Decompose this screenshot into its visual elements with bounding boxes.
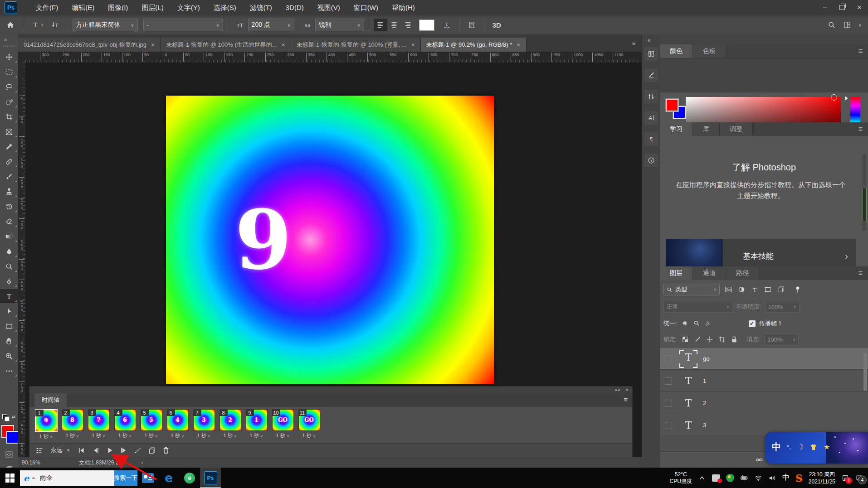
timeline-frame[interactable]: 8 2 1 秒∨ [219,409,242,443]
menu-item[interactable]: 图层(L) [135,0,170,15]
ime-mode-indicator[interactable]: 中 [772,441,781,453]
menu-item[interactable]: 视图(V) [311,0,347,15]
brush-tool[interactable] [0,169,18,184]
lock-position-icon[interactable] [706,335,714,343]
timeline-header[interactable]: «» × [29,387,632,393]
hand-tool[interactable] [0,334,18,348]
minimize-button[interactable]: ─ [816,0,834,15]
zoom-tool[interactable] [0,349,18,363]
timeline-frame[interactable]: 5 5 1 秒∨ [140,409,163,443]
loop-select[interactable]: 永远▼ [51,446,70,454]
search-input-value[interactable]: 雨伞 [40,474,53,482]
action-center-icon[interactable]: 4 [855,474,863,482]
type-tool[interactable] [0,289,18,303]
panel-tab[interactable]: 通道 [693,266,726,280]
status-options-icon[interactable]: › [141,459,143,466]
edit-toolbar-button[interactable] [0,364,18,378]
text-layer-thumbnail[interactable]: T [680,373,697,389]
layer-name[interactable]: 2 [703,400,706,406]
menu-item[interactable]: 图像(I) [101,0,135,15]
scrollbar-thumb[interactable] [863,188,867,222]
history-brush-tool[interactable] [0,199,18,213]
frame-duration-select[interactable]: 1 秒∨ [39,433,53,440]
frame-duration-select[interactable]: 1 秒∨ [276,432,290,439]
panel-tab[interactable]: 调整 [720,122,753,136]
panel-menu-icon[interactable]: ≡ [858,269,863,277]
frame-thumbnail[interactable]: 7 3 [193,409,215,431]
unify-style-icon[interactable] [704,319,712,328]
skin-shirt-icon[interactable] [809,443,818,451]
menu-item[interactable]: 滤镜(T) [243,0,279,15]
star-icon[interactable]: ★ [824,443,830,451]
taskbar-app-360browser[interactable]: e [179,468,200,488]
panel-tab[interactable]: 色板 [693,44,726,58]
frame-thumbnail[interactable]: 11 GO [298,409,320,431]
panel-tab[interactable]: 库 [693,122,720,136]
volume-icon[interactable] [768,474,776,482]
document-tab[interactable]: 01421d814725e3cc667be8_tplv-obj-恢复的.jpg … [18,38,161,52]
convert-timeline-button[interactable] [34,445,44,455]
timeline-frame[interactable]: 2 8 1 秒∨ [61,409,84,443]
frame-thumbnail[interactable]: 3 7 [88,409,110,431]
panel-tab[interactable]: 学习 [660,122,693,136]
layer-name[interactable]: 3 [703,422,706,429]
character-panel-icon[interactable] [644,111,658,125]
lock-artboard-icon[interactable] [718,335,726,343]
document-tab[interactable]: 未标题-1 @ 90.2% (go, RGB/8) * × [421,38,527,52]
crop-tool[interactable] [0,110,18,124]
layer-row-1[interactable]: T1 [660,370,868,392]
vertical-ruler[interactable]: 05 01 0 01 5 02 0 02 5 03 0 03 5 04 0 04… [18,63,26,457]
restore-button[interactable] [834,0,851,15]
layer-name[interactable]: 1 [703,377,706,384]
fill-select[interactable]: 100%∨ [764,333,799,345]
pen-tool[interactable] [0,274,18,288]
frame-thumbnail[interactable]: 5 5 [141,409,162,431]
quick-mask-button[interactable] [0,448,18,461]
timeline-frame[interactable]: 1 9 1 秒∨ [34,409,58,443]
opacity-select[interactable]: 100%∨ [765,301,800,313]
lock-pixels-icon[interactable] [693,335,702,343]
horizontal-ruler[interactable]: 3002502001501005005010015020025030035040… [25,52,642,63]
search-submit-button[interactable]: 搜索一下 [114,470,137,486]
frame-duration-select[interactable]: 1 秒∨ [92,432,106,439]
layer-visibility-checkbox[interactable] [665,400,672,407]
frame-duration-select[interactable]: 1 秒∨ [250,432,263,439]
timeline-menu-icon[interactable]: ≡ [624,396,628,403]
text-layer-thumbnail[interactable]: T [680,417,697,434]
frame-thumbnail[interactable]: 6 4 [167,409,189,431]
taskbar-search-box[interactable]: e 雨伞 [20,470,114,486]
layer-visibility-checkbox[interactable] [665,377,672,385]
timeline-frame[interactable]: 11 GO 1 秒∨ [297,409,321,443]
default-colors-widget[interactable]: ⇄ [2,414,16,422]
filter-smart-objects-icon[interactable] [777,285,785,294]
unify-visibility-icon[interactable] [692,319,701,328]
warp-text-button[interactable] [443,21,451,29]
font-family-select[interactable]: 方正粗黑宋简体∨ [73,19,138,31]
start-button[interactable] [0,468,20,488]
panel-tab[interactable]: 颜色 [660,44,693,58]
expand-panels-icon[interactable]: « [648,37,651,43]
filter-adjustment-layers-icon[interactable] [737,285,746,294]
tab-close-icon[interactable]: × [282,41,285,48]
menu-item[interactable]: 选择(S) [207,0,243,15]
swap-colors-icon[interactable]: ⇄ [12,414,15,419]
eraser-tool[interactable] [0,214,18,228]
rectangle-tool[interactable] [0,319,18,333]
panel-tab[interactable]: 路径 [726,266,759,280]
taskbar-app-contacts[interactable] [137,468,158,488]
frame-duration-select[interactable]: 1 秒∨ [118,432,132,439]
next-frame-button[interactable] [119,445,129,455]
lock-all-icon[interactable] [730,335,738,343]
menu-item[interactable]: 3D(D) [279,0,311,15]
frame-duration-select[interactable]: 1 秒∨ [145,432,158,439]
gradient-tool[interactable] [0,229,18,243]
frame-duration-select[interactable]: 1 秒∨ [224,432,237,439]
toolbar-expand-icon[interactable]: » [4,37,7,42]
360-security-icon[interactable] [726,474,734,482]
layer-visibility-checkbox[interactable] [665,422,672,429]
scrollbar-thumb[interactable] [863,353,867,391]
hidden-icons-chevron[interactable] [698,474,706,482]
filter-toggle-pin-icon[interactable] [794,285,802,294]
align-center-button[interactable] [387,19,401,31]
search-icon[interactable] [828,21,836,29]
